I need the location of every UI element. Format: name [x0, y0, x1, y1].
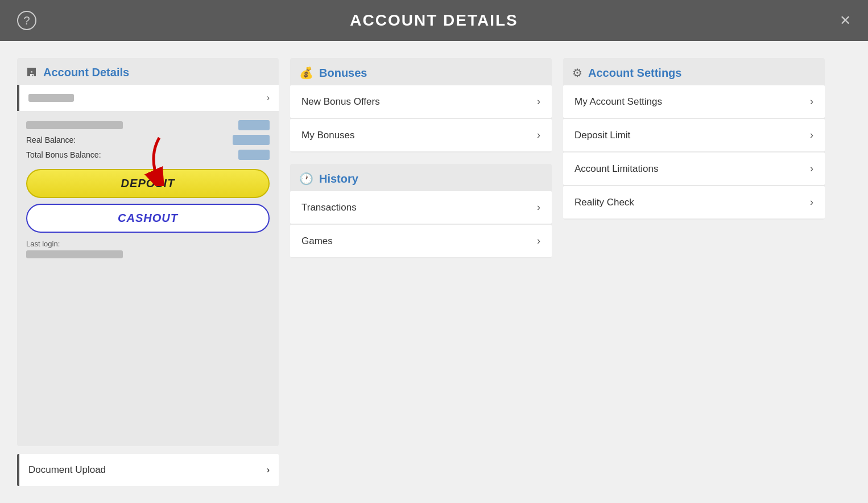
- account-details-panel: 🖪 Account Details › Real Balance:: [17, 58, 279, 446]
- username-blurred: [28, 94, 74, 102]
- real-balance-label: Real Balance:: [26, 135, 76, 145]
- total-bonus-row: Total Bonus Balance:: [26, 150, 270, 160]
- my-bonuses-label: My Bonuses: [301, 130, 355, 141]
- modal-header: ? ACCOUNT DETAILS ✕: [0, 0, 868, 41]
- reality-check-button[interactable]: Reality Check ›: [563, 186, 825, 218]
- document-upload-label: Document Upload: [28, 464, 106, 476]
- deposit-button[interactable]: DEPOSIT: [26, 169, 270, 198]
- modal-body: 🖪 Account Details › Real Balance:: [0, 41, 868, 503]
- account-limitations-label: Account Limitations: [574, 163, 658, 175]
- new-bonus-offers-label: New Bonus Offers: [301, 96, 380, 108]
- profile-chevron: ›: [267, 93, 270, 103]
- account-settings-panel: ⚙ Account Settings My Account Settings ›…: [563, 58, 825, 220]
- my-bonuses-button[interactable]: My Bonuses ›: [290, 119, 552, 151]
- new-bonus-offers-button[interactable]: New Bonus Offers ›: [290, 85, 552, 118]
- deposit-limit-button[interactable]: Deposit Limit ›: [563, 119, 825, 151]
- my-account-settings-label: My Account Settings: [574, 96, 662, 108]
- account-settings-title: Account Settings: [588, 67, 681, 80]
- my-account-settings-chevron: ›: [810, 96, 813, 108]
- modal-title: ACCOUNT DETAILS: [350, 11, 518, 30]
- balance-row-name: [26, 120, 270, 130]
- account-details-column: 🖪 Account Details › Real Balance:: [17, 58, 279, 486]
- deposit-limit-label: Deposit Limit: [574, 130, 630, 141]
- account-limitations-chevron: ›: [810, 163, 813, 175]
- account-limitations-button[interactable]: Account Limitations ›: [563, 152, 825, 185]
- last-login-value: [26, 250, 123, 258]
- my-bonuses-chevron: ›: [537, 129, 540, 141]
- transactions-button[interactable]: Transactions ›: [290, 191, 552, 224]
- reality-check-label: Reality Check: [574, 197, 634, 208]
- account-details-icon: 🖪: [26, 66, 38, 79]
- last-login-section: Last login:: [17, 233, 279, 265]
- history-header: 🕐 History: [290, 164, 552, 191]
- document-upload-chevron: ›: [267, 465, 270, 475]
- name-blurred: [26, 121, 123, 129]
- bonuses-icon: 💰: [299, 66, 313, 80]
- new-bonus-offers-chevron: ›: [537, 96, 540, 108]
- reality-check-chevron: ›: [810, 196, 813, 208]
- games-button[interactable]: Games ›: [290, 225, 552, 257]
- bonuses-header: 💰 Bonuses: [290, 58, 552, 85]
- account-details-title: Account Details: [43, 66, 129, 79]
- history-icon: 🕐: [299, 172, 313, 185]
- total-bonus-label: Total Bonus Balance:: [26, 150, 101, 159]
- account-settings-gear-icon: ⚙: [572, 66, 582, 80]
- history-panel: 🕐 History Transactions › Games ›: [290, 164, 552, 258]
- account-settings-column: ⚙ Account Settings My Account Settings ›…: [563, 58, 825, 486]
- real-balance-value: [233, 135, 270, 145]
- action-buttons: DEPOSIT CASHOUT: [17, 169, 279, 233]
- total-bonus-value: [238, 150, 270, 160]
- my-account-settings-button[interactable]: My Account Settings ›: [563, 85, 825, 118]
- bonuses-panel: 💰 Bonuses New Bonus Offers › My Bonuses …: [290, 58, 552, 152]
- transactions-label: Transactions: [301, 202, 357, 213]
- real-balance-row: Real Balance:: [26, 135, 270, 145]
- cashout-button[interactable]: CASHOUT: [26, 204, 270, 233]
- close-icon[interactable]: ✕: [840, 13, 851, 28]
- document-upload-row[interactable]: Document Upload ›: [17, 454, 279, 486]
- profile-row[interactable]: ›: [17, 85, 279, 111]
- deposit-limit-chevron: ›: [810, 129, 813, 141]
- last-login-label: Last login:: [26, 240, 270, 248]
- middle-column: 💰 Bonuses New Bonus Offers › My Bonuses …: [290, 58, 552, 486]
- account-settings-header: ⚙ Account Settings: [563, 58, 825, 85]
- modal-container: ? ACCOUNT DETAILS ✕ 🖪 Account Details ›: [0, 0, 868, 503]
- account-details-header: 🖪 Account Details: [17, 58, 279, 85]
- history-title: History: [319, 172, 358, 185]
- games-label: Games: [301, 236, 333, 247]
- name-val-blurred: [238, 120, 270, 130]
- help-icon[interactable]: ?: [17, 11, 36, 30]
- balance-section: Real Balance: Total Bonus Balance:: [17, 114, 279, 169]
- transactions-chevron: ›: [537, 201, 540, 213]
- games-chevron: ›: [537, 235, 540, 247]
- bonuses-title: Bonuses: [319, 67, 367, 80]
